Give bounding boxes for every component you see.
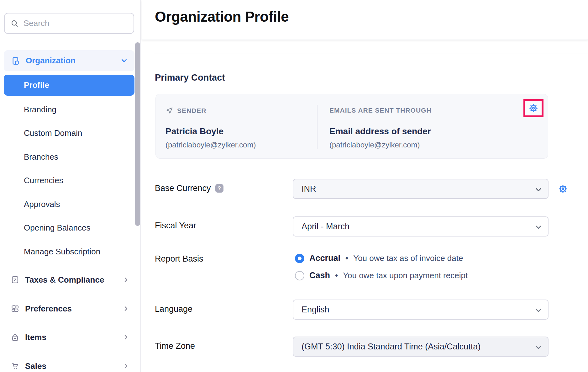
sidebar-item-items[interactable]: Items (0, 325, 141, 349)
fiscal-year-label-row: Fiscal Year (155, 221, 196, 231)
sent-through-label-row: EMAILS ARE SENT THROUGH (329, 107, 432, 114)
chevron-down-icon (534, 223, 543, 231)
report-basis-label: Report Basis (155, 254, 203, 264)
sent-through-label: EMAILS ARE SENT THROUGH (329, 107, 432, 114)
main-panel: Organization Profile Primary Contact SEN… (142, 0, 588, 372)
sidebar-item-label: Profile (24, 80, 49, 90)
sidebar-item-label: Manage Subscription (24, 247, 100, 257)
fiscal-year-label: Fiscal Year (155, 221, 196, 231)
primary-contact-heading: Primary Contact (155, 72, 225, 83)
sender-name: Patricia Boyle (165, 126, 223, 136)
sidebar-item-label: Organization (26, 56, 76, 66)
send-icon (165, 107, 173, 114)
gear-icon (558, 184, 568, 194)
primary-contact-card: SENDER Patricia Boyle (patriciaboyle@zyl… (155, 94, 548, 159)
base-currency-select[interactable]: INR (293, 179, 549, 199)
bag-icon (11, 333, 19, 342)
sidebar-item-approvals[interactable]: Approvals (0, 192, 141, 216)
sidebar-item-label: Branding (24, 105, 56, 114)
radio-option-description: You owe tax as of invoice date (353, 253, 463, 263)
sidebar-item-profile[interactable]: Profile (4, 75, 134, 96)
chevron-right-icon (122, 333, 130, 341)
sidebar-item-organization[interactable]: Organization (4, 50, 134, 71)
radio-selected[interactable] (295, 254, 304, 263)
sidebar-item-label: Branches (24, 152, 58, 162)
search-input[interactable] (24, 19, 129, 28)
report-basis-label-row: Report Basis (155, 254, 203, 264)
building-icon (11, 56, 21, 66)
time-zone-select[interactable]: (GMT 5:30) India Standard Time (Asia/Cal… (293, 337, 549, 357)
language-value: English (302, 305, 329, 315)
fiscal-year-select[interactable]: April - March (293, 216, 549, 236)
bullet-separator: • (335, 271, 338, 280)
sent-through-email: (patriciaboyle@zylker.com) (329, 141, 420, 149)
chevron-right-icon (122, 276, 130, 284)
sidebar-item-label: Approvals (24, 199, 60, 209)
cart-icon (11, 362, 19, 370)
sent-through-name: Email address of sender (329, 126, 431, 136)
sidebar-item-currencies[interactable]: Currencies (0, 168, 141, 192)
time-zone-value: (GMT 5:30) India Standard Time (Asia/Cal… (302, 342, 480, 352)
chevron-down-icon (120, 56, 128, 65)
sender-label-row: SENDER (165, 107, 207, 114)
settings-sidebar: Organization Profile Branding Custom Dom… (0, 0, 141, 372)
radio-option-description: You owe tax upon payment receipt (343, 271, 468, 280)
chevron-right-icon (122, 362, 130, 370)
highlight-box (523, 99, 543, 117)
help-icon[interactable]: ? (215, 184, 223, 193)
time-zone-label: Time Zone (155, 341, 195, 351)
sidebar-item-taxes-compliance[interactable]: Taxes & Compliance (0, 268, 141, 292)
sidebar-item-preferences[interactable]: Preferences (0, 297, 141, 321)
sidebar-item-sales[interactable]: Sales (0, 354, 141, 372)
sidebar-item-opening-balances[interactable]: Opening Balances (0, 216, 141, 240)
page-title: Organization Profile (155, 8, 289, 25)
radio-option-name: Accrual (309, 253, 340, 263)
divider (154, 54, 588, 54)
chevron-down-icon (534, 343, 543, 352)
report-basis-option-accrual[interactable]: Accrual • You owe tax as of invoice date (295, 253, 463, 263)
sidebar-item-custom-domain[interactable]: Custom Domain (0, 121, 141, 145)
sidebar-item-branches[interactable]: Branches (0, 145, 141, 169)
currency-settings-button[interactable] (558, 184, 568, 194)
base-currency-value: INR (302, 184, 316, 194)
chevron-down-icon (534, 185, 543, 194)
sidebar-item-manage-subscription[interactable]: Manage Subscription (0, 240, 141, 263)
sender-email: (patriciaboyle@zylker.com) (165, 141, 256, 149)
sidebar-item-label: Currencies (24, 176, 63, 185)
language-select[interactable]: English (293, 300, 549, 320)
language-label-row: Language (155, 304, 192, 314)
sidebar-scrollbar-thumb[interactable] (135, 42, 140, 226)
sidebar-item-label: Custom Domain (24, 128, 82, 138)
toggles-icon (11, 304, 19, 313)
divider (317, 105, 318, 149)
sidebar-item-label: Preferences (25, 304, 72, 314)
tax-document-icon (11, 275, 19, 284)
radio-option-name: Cash (309, 271, 330, 280)
sidebar-item-label: Sales (25, 361, 46, 371)
language-label: Language (155, 304, 192, 314)
search-icon (10, 19, 19, 28)
bullet-separator: • (345, 253, 348, 263)
fiscal-year-value: April - March (302, 222, 349, 231)
page-header: Organization Profile (142, 0, 588, 40)
report-basis-option-cash[interactable]: Cash • You owe tax upon payment receipt (295, 271, 468, 280)
settings-app: Organization Profile Branding Custom Dom… (0, 0, 588, 372)
sidebar-item-label: Items (25, 332, 46, 342)
base-currency-label: Base Currency (155, 183, 211, 193)
sidebar-item-branding[interactable]: Branding (0, 98, 141, 121)
radio-unselected[interactable] (295, 271, 304, 280)
search-box[interactable] (4, 13, 134, 34)
gear-icon[interactable] (528, 103, 538, 113)
base-currency-label-row: Base Currency ? (155, 183, 223, 193)
chevron-right-icon (122, 305, 130, 312)
sender-label: SENDER (177, 107, 207, 114)
chevron-down-icon (534, 306, 543, 315)
sidebar-item-label: Opening Balances (24, 223, 90, 233)
time-zone-label-row: Time Zone (155, 341, 195, 351)
sidebar-item-label: Taxes & Compliance (25, 275, 104, 285)
